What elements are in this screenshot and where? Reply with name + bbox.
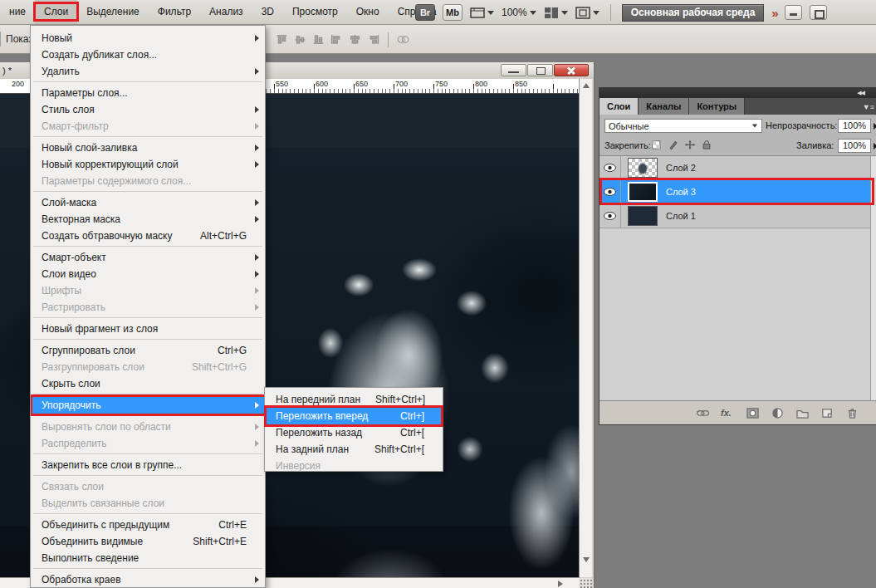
scroll-down-icon[interactable] (583, 557, 590, 562)
ruler-label: 550 (276, 80, 288, 88)
menu-item-на-задний-план[interactable]: На задний планShift+Ctrl+[ (265, 441, 443, 458)
align-hcenter-icon[interactable] (349, 33, 361, 46)
tab-контуры[interactable]: Контуры (689, 98, 745, 115)
visibility-eye-icon[interactable] (599, 180, 621, 203)
menubar-item-Просмотр[interactable]: Просмотр (283, 0, 347, 24)
new-layer-icon[interactable] (820, 407, 834, 419)
menubar-item-Фильтр[interactable]: Фильтр (149, 0, 200, 24)
menu-item-label: Растрировать (42, 301, 105, 313)
minibridge-button[interactable]: Mb (443, 4, 462, 21)
layer-name[interactable]: Слой 1 (666, 211, 696, 221)
lock-transparency-icon[interactable] (651, 139, 663, 150)
app-minimize-button[interactable] (785, 5, 802, 20)
menu-item-сгруппировать-слои[interactable]: Сгруппировать слоиCtrl+G (31, 342, 265, 359)
layer-name[interactable]: Слой 3 (666, 187, 696, 197)
menu-item-новый-слой-заливка[interactable]: Новый слой-заливка (31, 140, 265, 156)
tab-каналы[interactable]: Каналы (639, 98, 689, 115)
workspace-button[interactable]: Основная рабочая среда (622, 4, 765, 22)
menu-item-объединить-видимые[interactable]: Объединить видимыеShift+Ctrl+E (31, 533, 265, 550)
resize-grip[interactable] (579, 578, 592, 588)
document-restore-button[interactable] (527, 64, 553, 76)
layer-thumbnail[interactable] (628, 158, 658, 178)
scroll-right-icon[interactable] (558, 581, 563, 587)
zoom-level-dropdown[interactable]: 100% (502, 7, 536, 18)
lock-pixels-icon[interactable] (668, 139, 679, 150)
app-restore-button[interactable] (810, 5, 827, 20)
menu-item-параметры-слоя-[interactable]: Параметры слоя... (31, 85, 265, 101)
adjustment-layer-icon[interactable] (771, 407, 785, 419)
lock-position-icon[interactable] (684, 139, 696, 150)
arrange-documents-dropdown[interactable] (544, 7, 568, 19)
workspace-overflow-chevron[interactable]: » (771, 6, 776, 20)
menu-item-стиль-слоя[interactable]: Стиль слоя (31, 101, 265, 118)
layer-name[interactable]: Слой 2 (666, 163, 696, 173)
menu-item-переложить-вперед[interactable]: Переложить впередCtrl+] (265, 408, 443, 424)
menu-item-новый[interactable]: Новый (31, 30, 265, 47)
layer-style-icon[interactable]: fx. (721, 407, 735, 419)
scroll-up-icon[interactable] (583, 83, 590, 88)
menu-item-создать-дубликат-слоя-[interactable]: Создать дубликат слоя... (31, 47, 265, 63)
chevron-down-icon (561, 11, 568, 15)
fill-input[interactable]: 100% (838, 139, 871, 153)
menu-item-закрепить-все-слои-в-группе-[interactable]: Закрепить все слои в группе... (31, 457, 265, 473)
screen-mode-dropdown[interactable] (575, 7, 599, 19)
menubar-item-Анализ[interactable]: Анализ (200, 0, 252, 24)
align-left-icon[interactable] (330, 33, 343, 46)
menu-item-обработка-краев[interactable]: Обработка краев (31, 571, 265, 588)
panel-scrollbar[interactable] (870, 156, 876, 400)
menubar-item-Слои[interactable]: Слои (35, 0, 77, 24)
lock-all-icon[interactable] (701, 139, 712, 150)
menu-item-смарт-объект[interactable]: Смарт-объект (31, 249, 265, 266)
document-minimize-button[interactable] (501, 64, 526, 76)
menu-item-упорядочить[interactable]: Упорядочить (31, 397, 265, 414)
link-layers-icon[interactable] (696, 407, 710, 419)
collapse-panel-icon[interactable]: ◀◀ (857, 90, 864, 96)
menu-item-слой-маска[interactable]: Слой-маска (31, 194, 265, 211)
menu-item-удалить[interactable]: Удалить (31, 63, 265, 80)
tab-слои[interactable]: Слои (599, 98, 639, 115)
menubar-item-3D[interactable]: 3D (252, 0, 283, 24)
align-vcenter-icon[interactable] (294, 33, 306, 46)
menu-item-label: Закрепить все слои в группе... (42, 459, 182, 471)
align-right-icon[interactable] (367, 33, 379, 46)
delete-layer-icon[interactable] (845, 407, 859, 419)
menu-item-на-передний-план[interactable]: На передний планShift+Ctrl+] (265, 391, 443, 408)
layer-row-слой-2[interactable]: Слой 2 (599, 156, 876, 180)
menu-item-создать-обтравочную-маску[interactable]: Создать обтравочную маскуAlt+Ctrl+G (31, 228, 265, 244)
menu-item-выполнить-сведение[interactable]: Выполнить сведение (31, 550, 265, 566)
panel-menu-icon[interactable]: ▼≡ (863, 103, 874, 111)
menubar-item-Окно[interactable]: Окно (347, 0, 389, 24)
menu-bar: ниеСлоиВыделениеФильтрАнализ3DПросмотрОк… (0, 0, 876, 25)
layer-mask-icon[interactable] (746, 407, 760, 419)
layer-thumbnail[interactable] (628, 206, 658, 226)
menu-item-переложить-назад[interactable]: Переложить назадCtrl+[ (265, 424, 443, 441)
layer-row-слой-1[interactable]: Слой 1 (599, 204, 876, 228)
align-bottom-icon[interactable] (312, 33, 325, 46)
submenu-arrow-icon (255, 123, 259, 130)
menu-item-объединить-с-предыдущим[interactable]: Объединить с предыдущимCtrl+E (31, 517, 265, 533)
menu-item-векторная-маска[interactable]: Векторная маска (31, 211, 265, 228)
auto-align-icon[interactable] (397, 33, 409, 46)
menu-item-новый-фрагмент-из-слоя[interactable]: Новый фрагмент из слоя (31, 321, 265, 337)
menu-item-label: Удалить (42, 66, 80, 77)
layer-thumbnail[interactable] (628, 182, 658, 202)
menu-item-label: Создать обтравочную маску (42, 230, 173, 242)
align-top-icon[interactable] (276, 33, 288, 46)
visibility-eye-icon[interactable] (599, 204, 621, 228)
blend-mode-select[interactable]: Обычные (604, 119, 762, 133)
menubar-item-Выделение[interactable]: Выделение (77, 0, 149, 24)
new-group-icon[interactable] (795, 407, 810, 419)
layer-row-слой-3[interactable]: Слой 3 (599, 180, 876, 204)
menu-item-новый-корректирующий-слой[interactable]: Новый корректирующий слой (31, 156, 265, 173)
menu-item-скрыть-слои[interactable]: Скрыть слои (31, 375, 265, 392)
menu-item-label: Смарт-объект (42, 252, 106, 263)
divider (388, 32, 389, 47)
visibility-eye-icon[interactable] (599, 156, 621, 179)
menubar-item-ние[interactable]: ние (0, 0, 35, 24)
guides-dropdown[interactable] (470, 7, 494, 19)
vertical-scrollbar[interactable] (579, 79, 592, 577)
bridge-button[interactable]: Br (415, 4, 435, 21)
menu-item-слои-видео[interactable]: Слои видео (31, 266, 265, 282)
opacity-input[interactable]: 100% (838, 119, 871, 133)
document-close-button[interactable] (554, 64, 589, 76)
